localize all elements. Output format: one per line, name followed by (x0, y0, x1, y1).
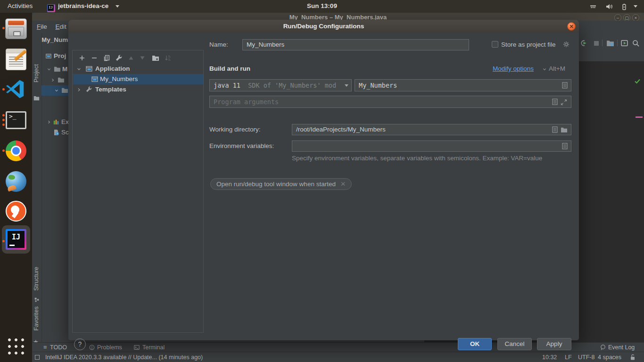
tree-group-application[interactable]: Application (73, 64, 203, 74)
menu-file[interactable]: File (37, 23, 47, 30)
store-options-gear-icon[interactable] (563, 41, 570, 48)
dock-terminal[interactable]: >_ (5, 109, 27, 132)
macros-icon[interactable] (562, 82, 568, 89)
tab-terminal[interactable]: Terminal (142, 344, 165, 351)
environment-variables-input[interactable] (292, 140, 571, 152)
menu-edit[interactable]: Edit (56, 23, 66, 30)
chevron-right-icon[interactable] (50, 77, 56, 83)
running-indicator (2, 114, 5, 116)
remove-icon[interactable] (91, 54, 98, 62)
minimize-icon[interactable]: – (614, 14, 621, 21)
name-label: Name: (209, 41, 228, 48)
stripe-tab-project[interactable]: Project (33, 64, 40, 82)
caret-position[interactable]: 10:32 (542, 354, 557, 361)
tree-item-my-numbers[interactable]: My_Numbers (73, 74, 203, 84)
dock-vscode[interactable] (5, 78, 27, 101)
sort-icon[interactable] (164, 54, 172, 62)
scratches-icon (53, 129, 59, 136)
macros-icon[interactable] (562, 143, 568, 149)
clock[interactable]: Sun 13:09 (307, 2, 337, 9)
os-top-bar: Activities IJ jetbrains-idea-ce Sun 13:0… (0, 0, 644, 13)
system-menu-caret-icon[interactable] (634, 5, 637, 8)
chevron-right-icon[interactable] (46, 119, 52, 125)
app-menu-button[interactable]: jetbrains-idea-ce (58, 2, 108, 9)
maximize-icon[interactable]: ▢ (623, 14, 630, 21)
modify-options-chevron-icon[interactable] (542, 66, 547, 72)
macros-icon[interactable] (552, 99, 558, 105)
structure-icon (34, 297, 40, 303)
file-encoding[interactable]: UTF-8 (578, 354, 594, 361)
inspections-ok-check-icon[interactable] (634, 78, 641, 84)
store-as-project-file-checkbox[interactable] (492, 41, 498, 48)
run-icon[interactable] (580, 39, 588, 47)
tab-problems[interactable]: Problems (97, 344, 122, 351)
run-debug-configurations-dialog: Run/Debug Configurations ✕ Application M… (68, 20, 579, 340)
jre-combo-box[interactable]: java 11 SDK of 'My_Numbers' mod (209, 79, 352, 91)
app-menu-caret-icon (116, 5, 119, 8)
dock-intellij-idea[interactable]: IJ (6, 229, 28, 252)
open-run-tool-window-tag[interactable]: Open run/debug tool window when started … (210, 178, 352, 190)
chevron-down-icon[interactable] (54, 88, 59, 93)
add-icon[interactable] (78, 54, 86, 62)
working-directory-input[interactable]: /root/IdeaProjects/My_Numbers (292, 124, 571, 135)
build-and-run-section-label: Build and run (209, 65, 250, 72)
close-icon[interactable]: × (632, 14, 639, 21)
battery-icon[interactable] (620, 3, 628, 10)
modify-options-link[interactable]: Modify options (493, 65, 534, 72)
tab-todo[interactable]: TODO (50, 344, 67, 351)
dock-show-applications[interactable] (5, 335, 27, 358)
status-bar: IntelliJ IDEA 2020.3.3 available // Upda… (32, 352, 644, 362)
search-everywhere-icon[interactable] (632, 39, 640, 47)
running-indicator (2, 149, 5, 152)
dialog-title-bar[interactable]: Run/Debug Configurations (68, 20, 579, 33)
tree-group-templates[interactable]: Templates (73, 84, 203, 95)
apply-button[interactable]: Apply (537, 338, 571, 350)
ok-button[interactable]: OK (458, 338, 492, 350)
dock-text-editor[interactable] (5, 48, 27, 70)
tab-event-log[interactable]: Event Log (608, 344, 635, 351)
edit-templates-icon[interactable] (115, 54, 123, 62)
dialog-close-icon[interactable]: ✕ (567, 22, 576, 31)
run-anything-icon[interactable] (620, 39, 628, 47)
line-ending[interactable]: LF (565, 354, 572, 361)
project-folder-icon (33, 95, 40, 101)
move-up-icon[interactable] (127, 54, 135, 62)
lock-open-icon[interactable] (630, 354, 636, 361)
event-log-icon (600, 344, 606, 351)
copy-icon[interactable] (103, 54, 110, 62)
configurations-tree-panel: Application My_Numbers Templates (72, 50, 204, 333)
activities-button[interactable]: Activities (8, 2, 33, 9)
tree-item-selected[interactable] (41, 85, 68, 96)
dock-web-globe[interactable] (5, 170, 27, 193)
chevron-right-icon[interactable] (76, 87, 82, 93)
move-down-icon[interactable] (139, 54, 146, 62)
stripe-tab-favorites[interactable]: Favorites (33, 306, 40, 330)
dock-chrome[interactable] (5, 140, 27, 162)
stripe-tab-structure[interactable]: Structure (33, 267, 40, 291)
status-message[interactable]: IntelliJ IDEA 2020.3.3 available // Upda… (45, 354, 203, 361)
chevron-down-icon[interactable] (46, 66, 52, 72)
chevron-down-icon[interactable] (76, 66, 82, 72)
project-structure-icon[interactable] (606, 39, 614, 47)
dock-postman[interactable] (5, 200, 27, 222)
volume-icon[interactable] (605, 3, 613, 10)
tool-window-switcher-icon[interactable] (35, 355, 40, 360)
main-class-input[interactable]: My_Numbers (355, 79, 571, 91)
expand-icon[interactable] (561, 99, 567, 106)
name-input[interactable]: My_Numbers (242, 39, 469, 50)
navbar-breadcrumb[interactable]: My_Numb (41, 36, 72, 43)
macros-icon[interactable] (552, 126, 558, 133)
dock-files[interactable] (5, 17, 27, 40)
browse-folder-icon[interactable] (561, 127, 568, 133)
help-button[interactable]: ? (74, 338, 86, 350)
network-icon[interactable] (589, 3, 597, 10)
application-type-icon (91, 75, 99, 83)
indent-setting[interactable]: 4 spaces (598, 354, 621, 361)
tag-remove-icon[interactable]: ✕ (340, 179, 346, 189)
running-indicator (2, 88, 5, 90)
program-arguments-input[interactable]: Program arguments (209, 96, 571, 108)
vscode-icon (5, 78, 26, 100)
tool-window-stripe: Project Structure Favorites ★ (32, 33, 42, 362)
new-folder-icon[interactable] (152, 54, 159, 62)
cancel-button[interactable]: Cancel (497, 338, 532, 350)
